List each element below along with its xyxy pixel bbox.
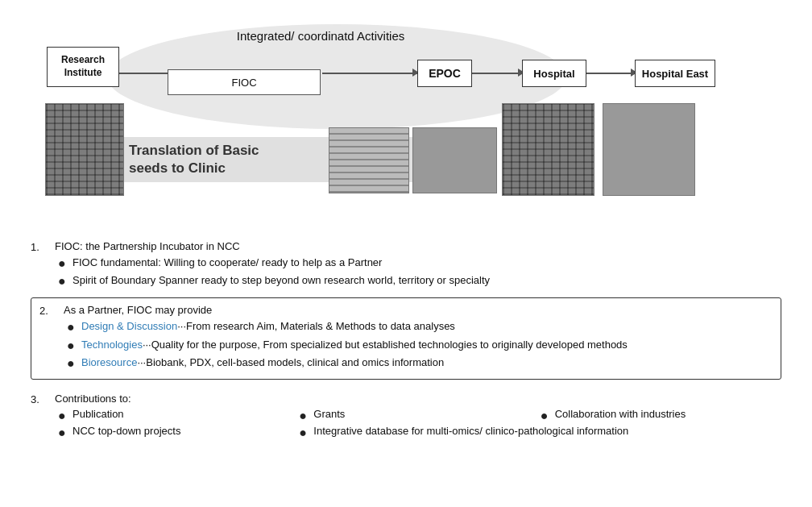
list-num-3: 3.	[31, 393, 55, 405]
building-clinic1	[329, 127, 409, 193]
bullet-list-2: ● Design & Discussion···From research Ai…	[67, 319, 773, 371]
bullet-dot: ●	[541, 408, 555, 423]
contributions-grid: ● Publication ● Grants ● Collaboration w…	[58, 408, 781, 440]
list-title-3: Contributions to:	[55, 393, 781, 405]
bullet-item: ● Bioresource···Biobank, PDX, cell-based…	[67, 355, 773, 371]
bullet-dot: ●	[67, 355, 81, 371]
building-research-institute	[45, 103, 124, 196]
bullet-item: ● Design & Discussion···From research Ai…	[67, 319, 773, 335]
bullet-dot: ●	[58, 256, 72, 271]
contrib-collaboration: ● Collaboration with industries	[541, 408, 781, 423]
bullet-item: ● Spirit of Boundary Spanner ready to st…	[58, 273, 781, 289]
contrib-publication: ● Publication	[58, 408, 299, 423]
bordered-box-2: 2. As a Partner, FIOC may provide ● Desi…	[31, 297, 781, 380]
bullet-dot: ●	[299, 425, 313, 440]
arrow-text: Translation of Basic seeds to Clinic	[129, 142, 259, 177]
line-fioc-to-epoc	[322, 73, 417, 74]
building-facade	[46, 104, 123, 195]
list-item-3: 3. Contributions to: ● Publication ● Gra…	[31, 393, 781, 440]
bullet-item: ● Technologies···Quality for the purpose…	[67, 338, 773, 353]
hospital-east-box: Hospital East	[635, 60, 715, 87]
bullet-dot: ●	[58, 273, 72, 289]
list-item-1: 1. FIOC: the Partnership Incubator in NC…	[31, 240, 781, 291]
line-epoc-to-hospital	[472, 73, 522, 74]
bullet-dot: ●	[58, 408, 72, 423]
list-title-1: FIOC: the Partnership Incubator in NCC	[55, 240, 781, 252]
list-content-1: FIOC: the Partnership Incubator in NCC ●…	[55, 240, 781, 291]
bullet-dot: ●	[67, 319, 81, 335]
research-institute-label: ResearchInstitute	[61, 54, 105, 79]
list-title-2: As a Partner, FIOC may provide	[64, 304, 773, 316]
hospital-east-label: Hospital East	[642, 68, 708, 80]
contrib-label: Grants	[313, 408, 345, 420]
research-institute-box: ResearchInstitute	[47, 47, 119, 87]
hospital-box: Hospital	[522, 60, 586, 87]
contrib-label: Publication	[72, 408, 124, 420]
diagram-section: Integrated/ coordinatd Activities Resear…	[23, 15, 789, 232]
building-facade	[603, 104, 694, 195]
bullet-dot: ●	[58, 425, 72, 440]
building-facade	[329, 128, 408, 193]
epoc-label: EPOC	[429, 67, 461, 80]
bullet-list-1: ● FIOC fundamental: Willing to cooperate…	[58, 256, 781, 289]
contrib-ncc: ● NCC top-down projects	[58, 425, 299, 440]
building-clinic2	[412, 127, 497, 193]
contrib-integrative: ● Integrative database for multi-omics/ …	[299, 425, 781, 440]
epoc-box: EPOC	[417, 60, 472, 87]
line-hospital-to-east	[586, 73, 635, 74]
content-section: 1. FIOC: the Partnership Incubator in NC…	[23, 240, 789, 440]
oval-label: Integrated/ coordinatd Activities	[184, 29, 458, 43]
list-num-1: 1.	[31, 240, 55, 253]
building-hospital-east	[603, 103, 695, 196]
contrib-label: Integrative database for multi-omics/ cl…	[313, 425, 628, 437]
building-facade	[413, 128, 496, 193]
hospital-label: Hospital	[533, 68, 574, 80]
contrib-label: Collaboration with industries	[555, 408, 686, 420]
bullet-dot: ●	[299, 408, 313, 423]
bullet-dot: ●	[67, 338, 81, 353]
fioc-box: FIOC	[168, 69, 321, 95]
bullet-prefix-bio: Bioresource	[81, 356, 137, 368]
list-item-2: 2. As a Partner, FIOC may provide ● Desi…	[31, 297, 781, 386]
contrib-label: NCC top-down projects	[72, 425, 180, 437]
list-num-2: 2.	[39, 304, 64, 317]
contrib-grants: ● Grants	[299, 408, 540, 423]
list-content-3: Contributions to: ● Publication ● Grants…	[55, 393, 781, 440]
building-hospital	[502, 103, 594, 196]
building-facade	[503, 104, 594, 195]
fioc-label: FIOC	[231, 77, 256, 89]
bullet-prefix-tech: Technologies	[81, 339, 143, 351]
bullet-prefix-design: Design & Discussion	[81, 320, 177, 332]
bullet-item: ● FIOC fundamental: Willing to cooperate…	[58, 256, 781, 271]
list-content-2: As a Partner, FIOC may provide ● Design …	[64, 304, 773, 373]
line-ri-to-fioc	[119, 73, 168, 74]
